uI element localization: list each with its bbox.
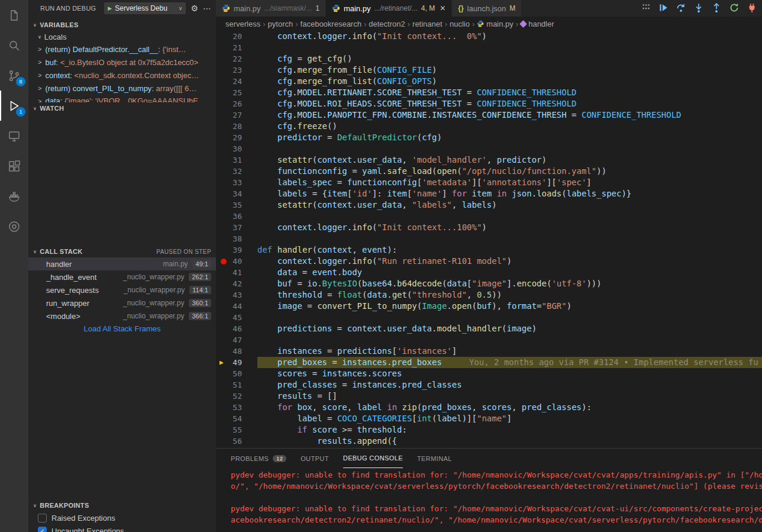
gutter[interactable]: 44 [216, 301, 257, 312]
code-text[interactable]: for box, score, label in zip(pred_boxes,… [257, 402, 762, 413]
breadcrumb-item[interactable]: nuclio [450, 20, 470, 28]
code-text[interactable] [257, 334, 762, 346]
gutter[interactable]: 22 [216, 53, 257, 65]
disconnect-icon[interactable] [747, 2, 757, 13]
breadcrumb-item[interactable]: pytorch [268, 20, 293, 28]
code-text[interactable]: if score >= threshold: [257, 424, 762, 436]
checkbox-unchecked[interactable] [38, 514, 47, 523]
code-text[interactable]: cfg.MODEL.PANOPTIC_FPN.COMBINE.INSTANCES… [257, 109, 762, 121]
gutter[interactable]: 26 [216, 98, 257, 109]
code-line[interactable]: 32 functionconfig = yaml.safe_load(open(… [216, 166, 762, 177]
code-text[interactable] [257, 211, 762, 222]
more-actions-icon[interactable]: ⋯ [203, 4, 211, 13]
call-stack-frame[interactable]: serve_requests_nuclio_wrapper.py114:1 [28, 283, 216, 296]
tab-output[interactable]: OUTPUT [301, 449, 329, 468]
gutter[interactable]: 21 [216, 42, 257, 53]
code-line[interactable]: 54 label = COCO_CATEGORIES[int(label)]["… [216, 413, 762, 424]
code-line[interactable]: 40 context.logger.info("Run retinanet-R1… [216, 256, 762, 267]
call-stack-frame[interactable]: _handle_event_nuclio_wrapper.py262:1 [28, 270, 216, 283]
checkbox-checked[interactable]: ✓ [38, 527, 47, 532]
breadcrumb-item[interactable]: retinanet [412, 20, 443, 28]
gutter[interactable]: 45 [216, 312, 257, 323]
step-into-icon[interactable] [693, 2, 704, 13]
code-text[interactable]: instances = predictions['instances'] [257, 346, 762, 357]
code-line[interactable]: 30 [216, 143, 762, 154]
breadcrumb-item[interactable]: detectron2 [369, 20, 405, 28]
code-line[interactable]: 39def handler(context, event): [216, 244, 762, 256]
gutter[interactable]: 43 [216, 289, 257, 301]
gutter[interactable]: 27 [216, 109, 257, 121]
gutter[interactable]: 20 [216, 31, 257, 42]
code-text[interactable]: cfg = get_cfg() [257, 53, 762, 65]
gutter[interactable]: 23 [216, 65, 257, 76]
gutter[interactable]: 33 [216, 177, 257, 188]
code-line[interactable]: 42 buf = io.BytesIO(base64.b64decode(dat… [216, 278, 762, 289]
call-stack-frame[interactable]: run_wrapper_nuclio_wrapper.py360:1 [28, 296, 216, 309]
tab-terminal[interactable]: TERMINAL [417, 449, 452, 468]
code-line[interactable]: 45 [216, 312, 762, 323]
variable-row[interactable]: >buf: <_io.BytesIO object at 0x7f5a2dc1e… [28, 56, 216, 69]
gutter[interactable]: 38 [216, 233, 257, 244]
code-text[interactable]: predictor = DefaultPredictor(cfg) [257, 132, 762, 143]
call-stack-frame[interactable]: <module>_nuclio_wrapper.py366:1 [28, 309, 216, 323]
code-line[interactable]: 25 cfg.MODEL.RETINANET.SCORE_THRESH_TEST… [216, 87, 762, 98]
gutter[interactable]: 37 [216, 222, 257, 233]
gutter[interactable]: 50 [216, 368, 257, 379]
code-editor[interactable]: 20 context.logger.info("Init context... … [216, 31, 762, 448]
gutter[interactable]: 28 [216, 121, 257, 132]
call-stack-section-header[interactable]: ∨ CALL STACK PAUSED ON STEP [28, 246, 216, 257]
gutter[interactable]: 34 [216, 188, 257, 199]
gutter[interactable]: 47 [216, 334, 257, 346]
step-over-icon[interactable] [676, 2, 686, 13]
code-line[interactable]: 23 cfg.merge_from_file(CONFIG_FILE) [216, 65, 762, 76]
docker-icon[interactable] [0, 181, 28, 211]
gutter[interactable]: 56 [216, 436, 257, 447]
plugin-circle-icon[interactable] [0, 211, 28, 241]
code-text[interactable]: labels_spec = functionconfig['metadata']… [257, 177, 762, 188]
search-icon[interactable] [0, 30, 28, 60]
run-and-debug-icon[interactable]: 1 [0, 91, 28, 121]
gutter[interactable]: 41 [216, 267, 257, 278]
code-text[interactable]: labels = {item['id']: item['name'] for i… [257, 188, 762, 199]
source-control-icon[interactable]: 8 [0, 60, 28, 91]
code-text[interactable] [257, 233, 762, 244]
code-text[interactable]: results.append({ [257, 436, 762, 447]
extensions-icon[interactable] [0, 151, 28, 181]
breakpoints-section-header[interactable]: ∨ BREAKPOINTS [28, 499, 216, 511]
code-line[interactable]: 28 cfg.freeze() [216, 121, 762, 132]
breakpoint-icon[interactable] [221, 259, 227, 265]
tab-debug-console[interactable]: DEBUG CONSOLE [343, 449, 403, 468]
step-out-icon[interactable] [711, 2, 722, 13]
breadcrumb-item[interactable]: facebookresearch [301, 20, 361, 28]
start-debug-icon[interactable]: ▶ [108, 5, 112, 11]
code-line[interactable]: 22 cfg = get_cfg() [216, 53, 762, 65]
code-text[interactable] [257, 42, 762, 53]
debug-config-dropdown[interactable]: ▶ Serverless Debu ∨ [104, 2, 186, 14]
tab-main-py-retinanet[interactable]: main.py .../retinanet/... 4, M ✕ [326, 0, 452, 17]
gutter[interactable]: 30 [216, 143, 257, 154]
code-text[interactable] [257, 143, 762, 154]
code-line[interactable]: 35 setattr(context.user_data, "labels", … [216, 199, 762, 211]
code-line[interactable]: 21 [216, 42, 762, 53]
code-text[interactable]: def handler(context, event): [257, 244, 762, 256]
code-text[interactable]: cfg.merge_from_file(CONFIG_FILE) [257, 65, 762, 76]
code-text[interactable]: cfg.freeze() [257, 121, 762, 132]
code-line[interactable]: 37 context.logger.info("Init context...1… [216, 222, 762, 233]
code-text[interactable]: cfg.MODEL.ROI_HEADS.SCORE_THRESH_TEST = … [257, 98, 762, 109]
gutter[interactable]: ▶49 [216, 357, 257, 368]
gutter[interactable]: 54 [216, 413, 257, 424]
gutter[interactable]: 51 [216, 379, 257, 391]
code-text[interactable]: setattr(context.user_data, 'model_handle… [257, 154, 762, 166]
code-text[interactable]: context.logger.info("Run retinanet-R101 … [257, 256, 762, 267]
code-text[interactable]: results = [] [257, 391, 762, 402]
code-line[interactable]: 50 scores = instances.scores [216, 368, 762, 379]
code-line[interactable]: 31 setattr(context.user_data, 'model_han… [216, 154, 762, 166]
code-line[interactable]: 56 results.append({ [216, 436, 762, 447]
code-line[interactable]: 27 cfg.MODEL.PANOPTIC_FPN.COMBINE.INSTAN… [216, 109, 762, 121]
restart-icon[interactable] [729, 2, 740, 13]
code-line[interactable]: 55 if score >= threshold: [216, 424, 762, 436]
remote-explorer-icon[interactable] [0, 121, 28, 151]
drag-handle-icon[interactable] [640, 2, 651, 13]
code-line[interactable]: 46 predictions = context.user_data.model… [216, 323, 762, 334]
tab-main-py-siammask[interactable]: main.py .../siammask/... 1 [216, 0, 326, 17]
